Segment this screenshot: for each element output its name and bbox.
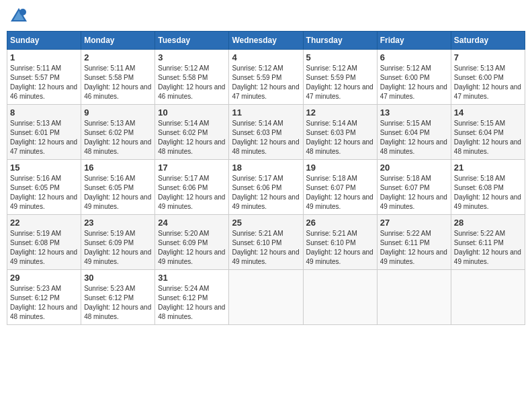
day-header-tuesday: Tuesday — [155, 32, 229, 50]
calendar-cell: 14Sunrise: 5:15 AMSunset: 6:04 PMDayligh… — [451, 105, 525, 160]
logo — [9, 7, 31, 26]
day-number: 24 — [158, 218, 226, 228]
calendar-cell: 31Sunrise: 5:24 AMSunset: 6:12 PMDayligh… — [155, 270, 229, 325]
calendar-cell: 28Sunrise: 5:22 AMSunset: 6:11 PMDayligh… — [451, 215, 525, 270]
calendar-cell — [229, 270, 303, 325]
calendar-week-row: 8Sunrise: 5:13 AMSunset: 6:01 PMDaylight… — [7, 105, 525, 160]
day-number: 19 — [306, 163, 374, 173]
day-number: 3 — [158, 52, 226, 62]
calendar-table: SundayMondayTuesdayWednesdayThursdayFrid… — [7, 31, 525, 325]
calendar-week-row: 1Sunrise: 5:11 AMSunset: 5:57 PMDaylight… — [7, 50, 525, 105]
day-number: 29 — [10, 273, 78, 283]
day-info: Sunrise: 5:24 AMSunset: 6:12 PMDaylight:… — [158, 284, 226, 322]
day-info: Sunrise: 5:14 AMSunset: 6:03 PMDaylight:… — [306, 119, 374, 156]
calendar-cell: 12Sunrise: 5:14 AMSunset: 6:03 PMDayligh… — [303, 105, 377, 160]
day-number: 26 — [306, 218, 374, 228]
calendar-cell: 30Sunrise: 5:23 AMSunset: 6:12 PMDayligh… — [81, 270, 155, 325]
day-info: Sunrise: 5:17 AMSunset: 6:06 PMDaylight:… — [232, 174, 300, 212]
calendar-cell: 29Sunrise: 5:23 AMSunset: 6:12 PMDayligh… — [7, 270, 81, 325]
day-number: 8 — [10, 107, 78, 118]
day-info: Sunrise: 5:20 AMSunset: 6:09 PMDaylight:… — [158, 229, 226, 267]
day-number: 16 — [84, 163, 152, 173]
day-number: 4 — [232, 52, 300, 62]
day-number: 22 — [10, 218, 78, 228]
day-number: 12 — [306, 107, 374, 118]
day-info: Sunrise: 5:11 AMSunset: 5:58 PMDaylight:… — [84, 64, 152, 101]
day-info: Sunrise: 5:23 AMSunset: 6:12 PMDaylight:… — [84, 284, 152, 322]
page-header — [7, 7, 525, 26]
calendar-cell: 24Sunrise: 5:20 AMSunset: 6:09 PMDayligh… — [155, 215, 229, 270]
day-number: 14 — [454, 107, 522, 118]
day-number: 5 — [306, 52, 374, 62]
day-number: 21 — [454, 163, 522, 173]
calendar-cell: 1Sunrise: 5:11 AMSunset: 5:57 PMDaylight… — [7, 50, 81, 105]
calendar-cell: 9Sunrise: 5:13 AMSunset: 6:02 PMDaylight… — [81, 105, 155, 160]
day-info: Sunrise: 5:13 AMSunset: 6:02 PMDaylight:… — [84, 119, 152, 156]
day-number: 31 — [158, 273, 226, 283]
calendar-body: 1Sunrise: 5:11 AMSunset: 5:57 PMDaylight… — [7, 50, 525, 325]
calendar-cell: 3Sunrise: 5:12 AMSunset: 5:58 PMDaylight… — [155, 50, 229, 105]
day-info: Sunrise: 5:12 AMSunset: 5:58 PMDaylight:… — [158, 64, 226, 101]
day-info: Sunrise: 5:19 AMSunset: 6:09 PMDaylight:… — [84, 229, 152, 267]
calendar-week-row: 29Sunrise: 5:23 AMSunset: 6:12 PMDayligh… — [7, 270, 525, 325]
day-info: Sunrise: 5:22 AMSunset: 6:11 PMDaylight:… — [454, 229, 522, 267]
calendar-cell: 27Sunrise: 5:22 AMSunset: 6:11 PMDayligh… — [377, 215, 451, 270]
day-info: Sunrise: 5:15 AMSunset: 6:04 PMDaylight:… — [380, 119, 448, 156]
calendar-cell: 16Sunrise: 5:16 AMSunset: 6:05 PMDayligh… — [81, 160, 155, 215]
day-info: Sunrise: 5:12 AMSunset: 5:59 PMDaylight:… — [232, 64, 300, 101]
day-header-thursday: Thursday — [303, 32, 377, 50]
day-info: Sunrise: 5:18 AMSunset: 6:07 PMDaylight:… — [380, 174, 448, 212]
day-info: Sunrise: 5:15 AMSunset: 6:04 PMDaylight:… — [454, 119, 522, 156]
day-number: 15 — [10, 163, 78, 173]
calendar-cell — [303, 270, 377, 325]
day-info: Sunrise: 5:19 AMSunset: 6:08 PMDaylight:… — [10, 229, 78, 267]
day-number: 11 — [232, 107, 300, 118]
day-info: Sunrise: 5:12 AMSunset: 6:00 PMDaylight:… — [380, 64, 448, 101]
calendar-cell: 17Sunrise: 5:17 AMSunset: 6:06 PMDayligh… — [155, 160, 229, 215]
day-number: 17 — [158, 163, 226, 173]
calendar-cell: 8Sunrise: 5:13 AMSunset: 6:01 PMDaylight… — [7, 105, 81, 160]
day-number: 7 — [454, 52, 522, 62]
calendar-header-row: SundayMondayTuesdayWednesdayThursdayFrid… — [7, 32, 525, 50]
day-number: 10 — [158, 107, 226, 118]
calendar-cell: 21Sunrise: 5:18 AMSunset: 6:08 PMDayligh… — [451, 160, 525, 215]
calendar-week-row: 22Sunrise: 5:19 AMSunset: 6:08 PMDayligh… — [7, 215, 525, 270]
calendar-cell: 5Sunrise: 5:12 AMSunset: 5:59 PMDaylight… — [303, 50, 377, 105]
day-info: Sunrise: 5:16 AMSunset: 6:05 PMDaylight:… — [10, 174, 78, 212]
day-info: Sunrise: 5:18 AMSunset: 6:07 PMDaylight:… — [306, 174, 374, 212]
calendar-cell: 23Sunrise: 5:19 AMSunset: 6:09 PMDayligh… — [81, 215, 155, 270]
day-header-monday: Monday — [81, 32, 155, 50]
day-number: 1 — [10, 52, 78, 62]
day-number: 25 — [232, 218, 300, 228]
calendar-cell — [377, 270, 451, 325]
svg-point-2 — [19, 9, 26, 15]
calendar-cell: 10Sunrise: 5:14 AMSunset: 6:02 PMDayligh… — [155, 105, 229, 160]
calendar-cell: 7Sunrise: 5:13 AMSunset: 6:00 PMDaylight… — [451, 50, 525, 105]
day-info: Sunrise: 5:14 AMSunset: 6:02 PMDaylight:… — [158, 119, 226, 156]
day-info: Sunrise: 5:21 AMSunset: 6:10 PMDaylight:… — [306, 229, 374, 267]
day-number: 18 — [232, 163, 300, 173]
day-number: 6 — [380, 52, 448, 62]
day-header-friday: Friday — [377, 32, 451, 50]
day-number: 30 — [84, 273, 152, 283]
day-header-sunday: Sunday — [7, 32, 81, 50]
day-info: Sunrise: 5:12 AMSunset: 5:59 PMDaylight:… — [306, 64, 374, 101]
logo-icon — [9, 7, 28, 26]
day-info: Sunrise: 5:16 AMSunset: 6:05 PMDaylight:… — [84, 174, 152, 212]
day-info: Sunrise: 5:13 AMSunset: 6:01 PMDaylight:… — [10, 119, 78, 156]
day-info: Sunrise: 5:14 AMSunset: 6:03 PMDaylight:… — [232, 119, 300, 156]
day-info: Sunrise: 5:23 AMSunset: 6:12 PMDaylight:… — [10, 284, 78, 322]
day-number: 28 — [454, 218, 522, 228]
day-info: Sunrise: 5:11 AMSunset: 5:57 PMDaylight:… — [10, 64, 78, 101]
calendar-cell: 19Sunrise: 5:18 AMSunset: 6:07 PMDayligh… — [303, 160, 377, 215]
day-info: Sunrise: 5:22 AMSunset: 6:11 PMDaylight:… — [380, 229, 448, 267]
calendar-cell: 26Sunrise: 5:21 AMSunset: 6:10 PMDayligh… — [303, 215, 377, 270]
day-number: 2 — [84, 52, 152, 62]
calendar-cell: 22Sunrise: 5:19 AMSunset: 6:08 PMDayligh… — [7, 215, 81, 270]
day-info: Sunrise: 5:13 AMSunset: 6:00 PMDaylight:… — [454, 64, 522, 101]
day-header-wednesday: Wednesday — [229, 32, 303, 50]
calendar-cell: 15Sunrise: 5:16 AMSunset: 6:05 PMDayligh… — [7, 160, 81, 215]
day-info: Sunrise: 5:21 AMSunset: 6:10 PMDaylight:… — [232, 229, 300, 267]
day-number: 23 — [84, 218, 152, 228]
day-number: 27 — [380, 218, 448, 228]
